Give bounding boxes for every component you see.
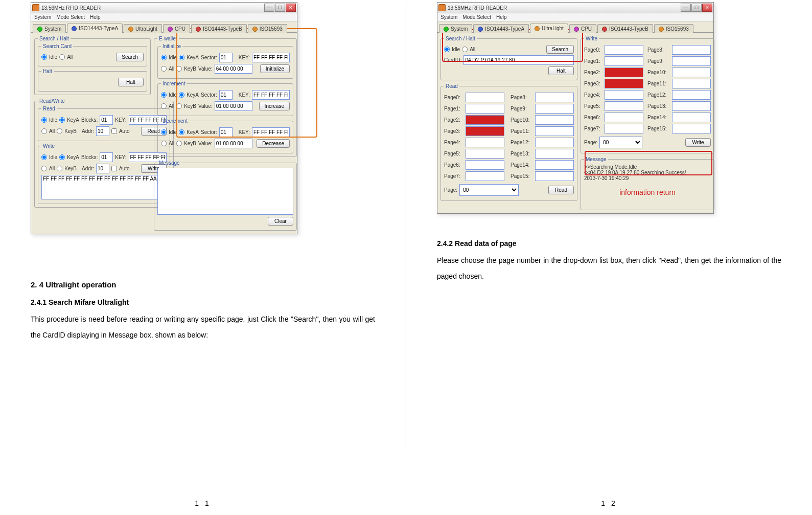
radio-keyb[interactable]: KeyB [176,66,196,72]
radio-idle[interactable]: Idle [41,54,57,60]
menu-help[interactable]: Help [90,14,101,20]
halt-button[interactable]: Halt [548,66,574,75]
value-input[interactable] [215,64,252,74]
page-input[interactable] [605,124,643,133]
sector-input[interactable] [219,127,233,137]
page-input[interactable] [535,93,574,102]
maximize-button[interactable]: ☐ [275,4,285,12]
page-input[interactable] [535,104,574,114]
page-input[interactable] [466,93,504,102]
radio-idle[interactable]: Idle [161,92,177,98]
page-input[interactable] [466,126,504,136]
page-input[interactable] [672,45,711,55]
page-select[interactable]: 00 [599,137,642,148]
blocks-input[interactable] [100,115,113,125]
tab-system[interactable]: System [439,24,472,33]
radio-keyb[interactable]: KeyB [176,103,196,109]
radio-all[interactable]: All [41,128,55,134]
menu-system[interactable]: System [34,14,51,20]
menu-help[interactable]: Help [496,14,507,20]
tab-ultralight[interactable]: UltraLight [530,24,568,33]
page-input[interactable] [535,138,574,147]
page-input[interactable] [535,126,574,136]
radio-keyb[interactable]: KeyB [176,141,196,146]
tab-iso14443a[interactable]: ISO14443-TypeA [67,24,123,33]
radio-all[interactable]: All [41,166,55,171]
search-button[interactable]: Search [116,53,144,61]
radio-idle[interactable]: Idle [161,129,177,135]
read-button[interactable]: Read [548,186,574,194]
page-input[interactable] [466,115,504,125]
page-input[interactable] [466,138,504,147]
page-input[interactable] [605,56,643,66]
page-input[interactable] [466,160,504,170]
page-input[interactable] [535,115,574,125]
radio-keya[interactable]: KeyA [179,129,199,135]
page-select[interactable]: 00 [459,184,519,196]
initialize-button[interactable]: Initialize [260,64,290,73]
menu-mode-select[interactable]: Mode Select [56,14,85,20]
page-input[interactable] [605,113,643,122]
message-textarea[interactable] [157,168,293,215]
key-input[interactable] [252,53,290,62]
menu-system[interactable]: System [440,14,457,20]
page-input[interactable] [672,124,711,133]
sector-input[interactable] [219,90,233,100]
page-input[interactable] [535,171,574,181]
page-input[interactable] [672,101,711,111]
blocks-input[interactable] [100,152,113,162]
page-input[interactable] [605,90,643,100]
tab-iso15693[interactable]: ISO15693 [248,24,287,33]
page-input[interactable] [605,79,643,88]
clear-button[interactable]: Clear [268,217,293,226]
radio-idle[interactable]: Idle [41,154,57,160]
radio-all[interactable]: All [161,103,174,109]
minimize-button[interactable]: — [681,4,691,12]
tab-ultralight[interactable]: UltraLight [124,24,162,33]
radio-all[interactable]: All [462,47,475,52]
page-input[interactable] [535,149,574,159]
tab-iso14443b[interactable]: ISO14443-TypeB [597,24,653,33]
key-input[interactable] [252,90,290,100]
addr-input[interactable] [96,164,109,173]
chk-auto[interactable]: Auto [111,128,130,134]
page-input[interactable] [672,90,711,100]
tab-iso14443a[interactable]: ISO14443-TypeA [473,24,529,33]
radio-keya[interactable]: KeyA [59,117,79,123]
addr-input[interactable] [96,126,109,136]
page-input[interactable] [466,104,504,114]
maximize-button[interactable]: ☐ [691,4,702,12]
page-input[interactable] [605,101,643,111]
write-textarea[interactable]: FF FF FF FF FF FF FF FF FF FF FF FF FF F… [41,175,167,199]
increase-button[interactable]: Increase [259,102,290,110]
cardid-input[interactable] [463,55,574,65]
tab-cpu[interactable]: CPU [163,24,190,33]
value-input[interactable] [215,101,252,111]
tab-iso15693[interactable]: ISO15693 [654,24,693,33]
radio-keyb[interactable]: KeyB [57,166,77,171]
radio-all[interactable]: All [161,66,174,72]
radio-keya[interactable]: KeyA [179,55,199,60]
minimize-button[interactable]: — [264,4,274,12]
close-button[interactable]: ✕ [286,4,296,12]
sector-input[interactable] [219,53,233,62]
page-input[interactable] [672,68,711,77]
tab-system[interactable]: System [33,24,66,33]
radio-keya[interactable]: KeyA [179,92,199,98]
page-input[interactable] [466,149,504,159]
radio-all[interactable]: All [161,141,174,146]
page-input[interactable] [672,56,711,66]
radio-keya[interactable]: KeyA [59,154,79,160]
menu-mode-select[interactable]: Mode Select [462,14,491,20]
radio-idle[interactable]: Idle [161,55,177,60]
page-input[interactable] [605,45,643,55]
page-input[interactable] [672,113,711,122]
tab-cpu[interactable]: CPU [569,24,596,33]
tab-iso14443b[interactable]: ISO14443-TypeB [191,24,247,33]
key-input[interactable] [252,127,290,137]
radio-keyb[interactable]: KeyB [57,128,77,134]
page-input[interactable] [672,79,711,88]
value-input[interactable] [215,139,252,148]
page-input[interactable] [605,68,643,77]
page-input[interactable] [535,160,574,170]
